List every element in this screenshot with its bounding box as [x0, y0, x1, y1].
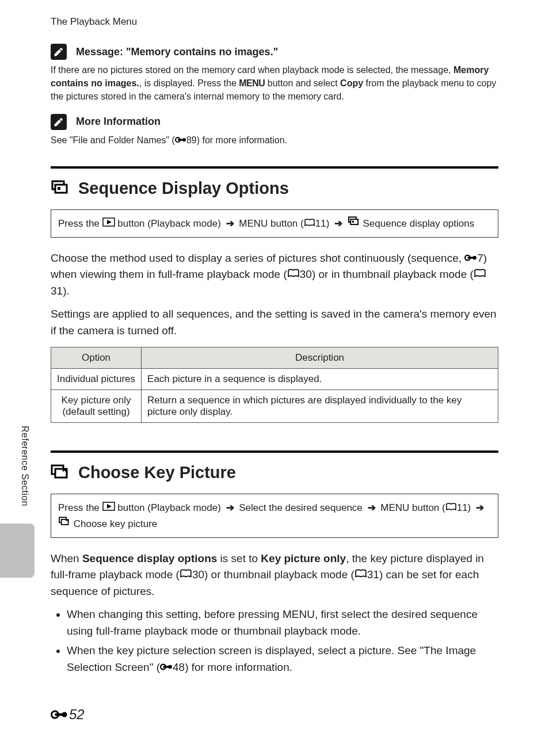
section1-title: Sequence Display Options [78, 179, 289, 198]
svg-marker-17 [107, 504, 112, 509]
section2-bullets: When changing this setting, before press… [51, 606, 498, 675]
keypicture-icon [58, 517, 71, 527]
list-item: When the key picture selection screen is… [67, 643, 498, 675]
book-icon [287, 269, 300, 278]
th-description: Description [142, 348, 498, 369]
desc-individual: Each picture in a sequence is displayed. [142, 369, 498, 390]
svg-point-22 [168, 665, 172, 669]
note2-body: See "File and Folder Names" (89) for mor… [51, 133, 498, 147]
sequence-icon [51, 180, 70, 196]
section2-para1: When Sequence display options is set to … [51, 551, 498, 600]
svg-rect-10 [352, 220, 354, 222]
side-gray-tab [0, 524, 35, 578]
book-icon [445, 503, 457, 511]
svg-rect-9 [350, 219, 358, 224]
note2-title: More Information [76, 116, 161, 128]
note1-body: If there are no pictures stored on the m… [51, 63, 498, 104]
note-message-block: Message: "Memory contains no images." If… [51, 44, 498, 104]
page-number: 52 [51, 707, 85, 723]
svg-rect-4 [55, 185, 67, 193]
section-divider [51, 450, 498, 453]
sequence-icon [348, 216, 360, 227]
book-icon [180, 569, 192, 578]
section-divider [51, 166, 498, 169]
pencil-icon [51, 114, 67, 130]
table-row: Individual pictures Each picture in a se… [51, 369, 498, 390]
desc-keyonly: Return a sequence in which pictures are … [142, 390, 498, 423]
svg-point-2 [182, 138, 186, 142]
section1-title-row: Sequence Display Options [51, 179, 498, 198]
options-table: Option Description Individual pictures E… [51, 347, 498, 423]
note1-title: Message: "Memory contains no images." [76, 46, 278, 58]
svg-point-13 [473, 256, 477, 260]
opt-keyonly: Key picture only(default setting) [51, 390, 142, 423]
th-option: Option [51, 348, 142, 369]
playback-icon [102, 502, 115, 511]
table-row: Key picture only(default setting) Return… [51, 390, 498, 423]
note-moreinfo-block: More Information See "File and Folder Na… [51, 114, 498, 147]
section1-nav: Press the button (Playback mode) ➔ MENU … [51, 209, 498, 238]
menu-word: MENU [239, 78, 265, 88]
running-head: The Playback Menu [51, 16, 498, 28]
opt-individual: Individual pictures [51, 369, 142, 390]
svg-rect-5 [58, 187, 60, 190]
section1-para1: Choose the method used to display a seri… [51, 250, 498, 300]
svg-marker-7 [107, 220, 112, 224]
book-icon [354, 569, 367, 578]
playback-icon [102, 217, 115, 227]
menu-word: MENU [239, 218, 268, 229]
book-icon [304, 219, 315, 227]
section2-title: Choose Key Picture [78, 463, 236, 482]
section2-title-row: Choose Key Picture [51, 463, 498, 482]
list-item: When changing this setting, before press… [67, 606, 498, 639]
section2-nav: Press the button (Playback mode) ➔ Selec… [51, 494, 498, 537]
advref-icon [160, 663, 173, 671]
advref-icon [51, 709, 68, 720]
menu-word: MENU [380, 502, 409, 513]
pencil-icon [51, 44, 67, 60]
side-label: Reference Section [20, 426, 30, 506]
svg-point-25 [62, 712, 67, 717]
menu-word: MENU [283, 608, 315, 620]
advref-icon [175, 136, 186, 143]
section1-para2: Settings are applied to all sequences, a… [51, 306, 498, 339]
keypicture-icon [51, 464, 70, 482]
advref-icon [464, 254, 477, 262]
book-icon [474, 269, 486, 278]
